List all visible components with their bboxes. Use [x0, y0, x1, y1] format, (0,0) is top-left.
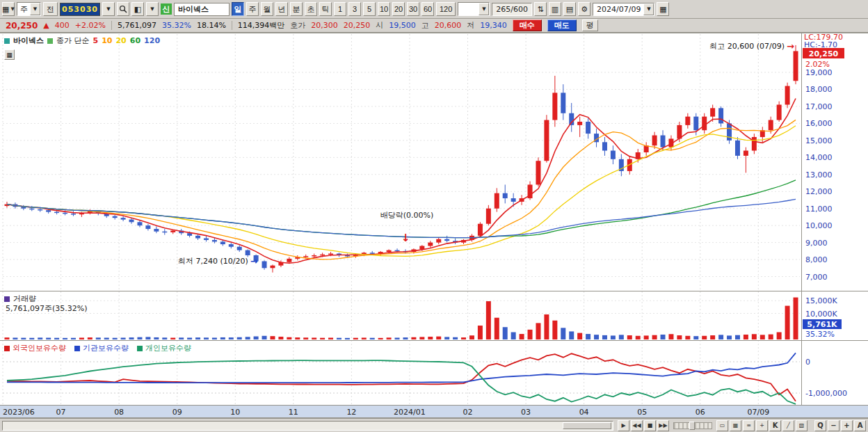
- tool-list-button[interactable]: ≡: [743, 420, 755, 431]
- columns-button[interactable]: ▥: [549, 2, 561, 16]
- svg-text:09: 09: [172, 408, 182, 417]
- volume-turnover: 35.32%: [162, 21, 191, 30]
- period-button-month[interactable]: 월: [261, 2, 273, 16]
- ask-price: 20,300: [311, 21, 338, 30]
- period-button-second[interactable]: 초: [305, 2, 317, 16]
- candle: [246, 250, 250, 255]
- custom-interval-select[interactable]: ▼: [458, 2, 490, 16]
- volume-bar: [760, 335, 765, 339]
- sell-button[interactable]: 매도: [547, 19, 577, 31]
- volume-bar: [54, 338, 59, 339]
- interval-button-3[interactable]: 3: [348, 2, 361, 16]
- volume-bar: [444, 337, 449, 339]
- chart-canvas[interactable]: 2023/060708091011122024/01020304050607/0…: [0, 33, 868, 418]
- volume-bar: [561, 328, 565, 339]
- candle: [312, 255, 316, 257]
- interval-button-20[interactable]: 20: [392, 2, 405, 16]
- tool-crosshair-button[interactable]: +: [756, 420, 768, 431]
- stop-button[interactable]: ■: [644, 420, 656, 431]
- volume-bar: [652, 335, 657, 339]
- zoom-out-button[interactable]: −: [828, 420, 839, 431]
- volume-bar: [328, 338, 333, 339]
- svg-text:15,000K: 15,000K: [805, 296, 837, 305]
- svg-text:02: 02: [463, 408, 473, 417]
- period-button-week[interactable]: 주: [246, 2, 259, 16]
- volume-bar: [752, 334, 757, 339]
- scrollbar-thumb[interactable]: [563, 422, 611, 429]
- tool-k-button[interactable]: K: [769, 420, 781, 431]
- tool-pattern-button[interactable]: ▧: [796, 420, 807, 431]
- candle: [395, 250, 400, 252]
- stock-name[interactable]: 바이넥스: [174, 3, 230, 16]
- interval-button-10[interactable]: 10: [378, 2, 390, 16]
- tool-trendline-button[interactable]: ╱: [782, 420, 794, 431]
- volume-bar: [254, 337, 259, 339]
- slider-thumb[interactable]: [689, 422, 695, 430]
- bar-count: 265/600: [492, 3, 532, 16]
- chevron-down-icon: ▼: [30, 3, 40, 15]
- new-stock-badge: 신: [161, 3, 172, 15]
- zoom-search-button[interactable]: Q: [814, 420, 826, 431]
- candle: [652, 136, 657, 146]
- candle: [685, 117, 690, 125]
- scroll-fast-right-button[interactable]: ▶▶: [657, 420, 669, 431]
- low-label: 저: [467, 20, 474, 31]
- compare-button[interactable]: ⇅: [534, 2, 547, 16]
- zoom-in-button[interactable]: +: [841, 420, 853, 431]
- volume-bar: [520, 334, 524, 339]
- candle: [370, 253, 375, 254]
- volume-bar: [104, 338, 109, 339]
- search-button[interactable]: [117, 2, 129, 16]
- calendar-button[interactable]: ▦: [657, 2, 669, 16]
- candle: [204, 239, 209, 240]
- tool-area-button[interactable]: ▭: [716, 420, 728, 431]
- interval-button-120[interactable]: 120: [436, 2, 456, 16]
- rows-button[interactable]: ▤: [563, 2, 576, 16]
- volume-bar: [270, 336, 275, 339]
- horizontal-scrollbar[interactable]: [2, 421, 613, 431]
- bar-width-slider[interactable]: [673, 422, 712, 429]
- period-button-minute[interactable]: 분: [290, 2, 303, 16]
- scroll-fast-left-button[interactable]: ◀◀: [631, 420, 643, 431]
- avg-button[interactable]: 평: [582, 19, 598, 31]
- prev-button[interactable]: 전: [43, 2, 58, 16]
- scroll-step-button[interactable]: ▶: [618, 420, 629, 431]
- buy-button[interactable]: 매수: [513, 19, 542, 31]
- svg-text:7,000: 7,000: [805, 273, 828, 282]
- candle: [154, 229, 159, 232]
- code-dropdown-button[interactable]: ▼: [102, 2, 115, 16]
- stock-select-dropdown[interactable]: ▼: [146, 2, 159, 16]
- volume-bar: [536, 323, 540, 339]
- interval-button-30[interactable]: 30: [407, 2, 419, 16]
- candle: [38, 209, 42, 211]
- chart-grid-tool-icon[interactable]: ▦: [4, 49, 15, 60]
- volume-bar: [602, 335, 607, 339]
- svg-text:03: 03: [521, 408, 531, 417]
- volume-value: 5,761,097: [118, 21, 156, 30]
- interval-button-60[interactable]: 60: [421, 2, 434, 16]
- volume-bar: [735, 335, 740, 339]
- interval-button-5[interactable]: 5: [363, 2, 376, 16]
- divider: [232, 21, 232, 30]
- candle: [544, 120, 549, 161]
- tool-grid-button[interactable]: ▦: [730, 420, 741, 431]
- period-button-day[interactable]: 일: [232, 2, 244, 16]
- svg-text:07: 07: [56, 408, 66, 417]
- stock-code-input[interactable]: 053030: [60, 3, 100, 16]
- interval-button-1[interactable]: 1: [334, 2, 346, 16]
- auto-scale-button[interactable]: A: [854, 420, 866, 431]
- settings-gear-button[interactable]: ⚙: [578, 2, 590, 16]
- volume-bar: [777, 333, 782, 339]
- candle: [212, 240, 217, 241]
- mini-chart-button[interactable]: ◧: [131, 2, 144, 16]
- date-field[interactable]: 2024/07/09 ▼: [593, 3, 654, 16]
- volume-bar: [229, 337, 234, 339]
- volume-bar: [237, 337, 242, 339]
- period-button-year[interactable]: 년: [275, 2, 288, 16]
- chevron-down-icon: ▼: [643, 3, 654, 15]
- candle: [46, 210, 51, 211]
- period-button-tick[interactable]: 틱: [319, 2, 332, 16]
- chart-menu-button[interactable]: ▦▼: [2, 2, 15, 16]
- cycle-select[interactable]: 주 ▼: [17, 2, 41, 16]
- volume-bar: [220, 337, 225, 339]
